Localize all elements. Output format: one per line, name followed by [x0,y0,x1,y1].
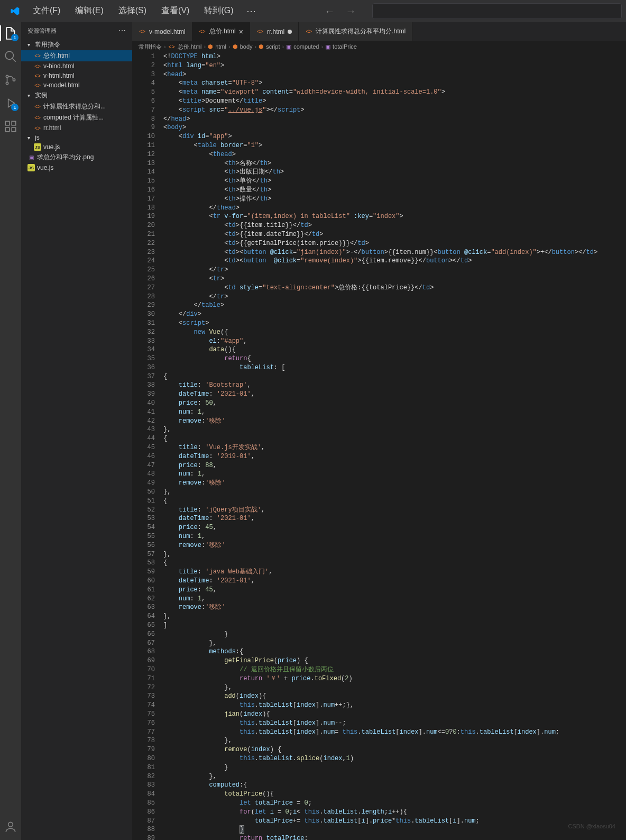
svg-rect-7 [12,127,16,132]
nav-arrows: ← → [325,5,356,17]
tab-vmodel[interactable]: <>v-model.html [132,22,192,41]
file-jisuan[interactable]: <>计算属性求得总分和... [21,101,132,112]
menu-go[interactable]: 转到(G) [197,2,241,20]
menu-file[interactable]: 文件(F) [25,2,68,20]
code-editor[interactable]: 1234567891011121314151617181920212223242… [132,52,626,840]
file-vuejs[interactable]: JSvue.js [21,142,132,152]
file-vhtml[interactable]: <>v-html.html [21,71,132,80]
title-bar: 文件(F) 编辑(E) 选择(S) 查看(V) 转到(G) ⋯ ← → [0,0,626,22]
svg-point-8 [8,822,13,827]
nav-forward-icon[interactable]: → [346,5,356,17]
menu-more[interactable]: ⋯ [241,2,261,20]
sidebar-header: 资源管理器 ⋯ [21,22,132,39]
breadcrumb[interactable]: 常用指令› <>总价.html› ⬢html› ⬢body› ⬢script› … [132,41,626,52]
svg-point-0 [5,51,13,59]
accounts-icon[interactable] [4,820,17,834]
line-gutter: 1234567891011121314151617181920212223242… [132,52,161,840]
menu-edit[interactable]: 编辑(E) [68,2,111,20]
extensions-icon[interactable] [4,120,17,133]
sidebar-more-icon[interactable]: ⋯ [118,26,126,35]
tab-zongjia[interactable]: <>总价.html× [192,22,250,41]
folder-frequent[interactable]: ▾常用指令 [21,39,132,50]
source-control-icon[interactable] [4,73,17,87]
debug-badge: 1 [11,104,19,111]
modified-indicator-icon [288,30,292,34]
folder-examples[interactable]: ▾实例 [21,90,132,101]
svg-point-1 [6,75,8,77]
tab-rr[interactable]: <>rr.html [250,22,299,41]
file-vbind[interactable]: <>v-bind.html [21,61,132,71]
explorer-badge: 1 [11,34,19,41]
nav-back-icon[interactable]: ← [325,5,335,17]
search-icon[interactable] [4,50,17,63]
file-vmodel[interactable]: <>v-model.html [21,80,132,90]
svg-rect-4 [5,121,10,125]
menu-bar: 文件(F) 编辑(E) 选择(S) 查看(V) 转到(G) ⋯ [25,2,261,20]
explorer-icon[interactable]: 1 [4,26,17,40]
close-icon[interactable]: × [239,28,243,36]
svg-rect-6 [5,127,10,132]
command-center-search[interactable] [372,3,622,19]
file-zongjia[interactable]: <>总价.html [21,50,132,61]
vscode-logo-icon [10,6,20,16]
folder-js[interactable]: ▾js [21,133,132,142]
sidebar: 资源管理器 ⋯ ▾常用指令 <>总价.html <>v-bind.html <>… [21,22,132,840]
activity-bar: 1 1 [0,22,21,840]
svg-point-2 [6,82,8,84]
editor-tabs: <>v-model.html <>总价.html× <>rr.html <>计算… [132,22,626,41]
menu-select[interactable]: 选择(S) [111,2,154,20]
sidebar-title: 资源管理器 [27,27,57,35]
file-tree: ▾常用指令 <>总价.html <>v-bind.html <>v-html.h… [21,39,132,840]
svg-rect-5 [12,121,16,125]
file-rr[interactable]: <>rr.html [21,123,132,133]
svg-point-3 [13,79,15,81]
code-content[interactable]: <!DOCTYPE html><html lang="en"><head> <m… [161,52,626,840]
debug-icon[interactable]: 1 [4,96,17,110]
file-computed[interactable]: <>computed 计算属性... [21,112,132,123]
watermark-text: CSDN @xiaosu04 [568,823,615,829]
file-png[interactable]: ▣求总分和平均分.png [21,152,132,163]
menu-view[interactable]: 查看(V) [154,2,197,20]
tab-jisuan[interactable]: <>计算属性求得总分和平均分.html [299,22,412,41]
editor-area: <>v-model.html <>总价.html× <>rr.html <>计算… [132,22,626,840]
file-vuejs2[interactable]: JSvue.js [21,163,132,172]
